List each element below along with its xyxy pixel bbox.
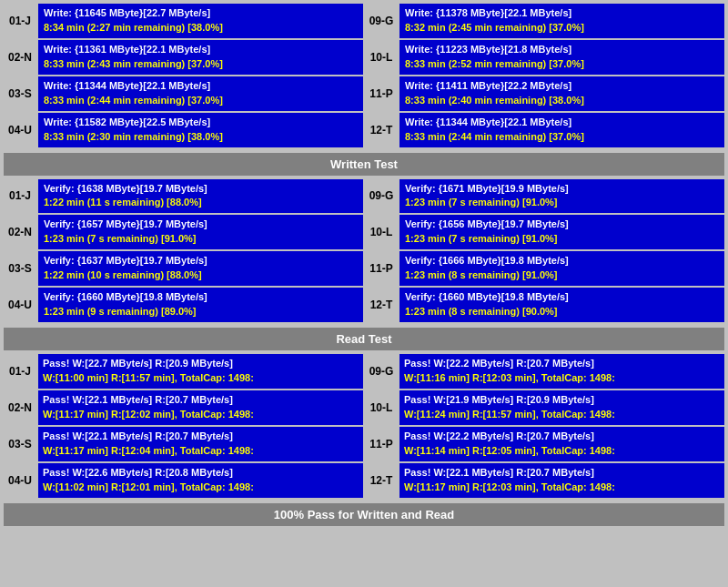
read-row-02n: 02-N Pass! W:[22.1 MByte/s] R:[20.7 MByt… xyxy=(4,390,363,425)
read-cell-04u: Pass! W:[22.6 MByte/s] R:[20.8 MByte/s] … xyxy=(38,463,363,498)
verify-label-10l: 10-L xyxy=(365,215,398,249)
read-cell-03s: Pass! W:[22.1 MByte/s] R:[20.7 MByte/s] … xyxy=(38,427,363,461)
verify-row-10l: 10-L Verify: {1656 MByte}[19.7 MByte/s] … xyxy=(365,215,724,249)
read-line2-11p: W:[11:14 min] R:[12:05 min], TotalCap: 1… xyxy=(404,444,720,459)
verify-line2-03s: 1:22 min (10 s remaining) [88.0%] xyxy=(44,268,358,283)
read-line2-03s: W:[11:17 min] R:[12:04 min], TotalCap: 1… xyxy=(43,444,359,459)
footer-bar: 100% Pass for Written and Read xyxy=(4,503,724,526)
write-line2-12t: 8:33 min (2:44 min remaining) [37.0%] xyxy=(405,130,719,145)
read-line2-02n: W:[11:17 min] R:[12:02 min], TotalCap: 1… xyxy=(43,408,359,422)
verify-left-col: 01-J Verify: {1638 MByte}[19.7 MByte/s] … xyxy=(4,179,363,325)
write-row-01j: 01-J Write: {11645 MByte}[22.7 MByte/s] … xyxy=(4,4,363,38)
verify-label-02n: 02-N xyxy=(4,215,36,249)
read-line1-11p: Pass! W:[22.2 MByte/s] R:[20.7 MByte/s] xyxy=(404,430,720,444)
verify-line2-02n: 1:23 min (7 s remaining) [91.0%] xyxy=(44,232,358,247)
written-test-header: Written Test xyxy=(4,153,724,176)
verify-row-02n: 02-N Verify: {1657 MByte}[19.7 MByte/s] … xyxy=(4,215,363,249)
verify-row-04u: 04-U Verify: {1660 MByte}[19.8 MByte/s] … xyxy=(4,288,363,322)
read-label-09g: 09-G xyxy=(365,354,398,389)
verify-line2-10l: 1:23 min (7 s remaining) [91.0%] xyxy=(405,232,719,247)
read-section: 01-J Pass! W:[22.7 MByte/s] R:[20.9 MByt… xyxy=(4,354,724,500)
read-row-10l: 10-L Pass! W:[21.9 MByte/s] R:[20.9 MByt… xyxy=(365,390,724,425)
verify-row-03s: 03-S Verify: {1637 MByte}[19.7 MByte/s] … xyxy=(4,251,363,286)
verify-label-03s: 03-S xyxy=(4,251,36,286)
verify-line1-04u: Verify: {1660 MByte}[19.8 MByte/s] xyxy=(44,290,358,305)
read-left-col: 01-J Pass! W:[22.7 MByte/s] R:[20.9 MByt… xyxy=(4,354,363,500)
verify-line1-12t: Verify: {1660 MByte}[19.8 MByte/s] xyxy=(405,290,719,305)
write-cell-04u: Write: {11582 MByte}[22.5 MByte/s] 8:33 … xyxy=(38,113,363,147)
read-label-03s: 03-S xyxy=(4,427,36,461)
row-label-01j: 01-J xyxy=(4,4,36,38)
verify-label-04u: 04-U xyxy=(4,288,36,322)
write-row-03s: 03-S Write: {11344 MByte}[22.1 MByte/s] … xyxy=(4,76,363,111)
write-row-12t: 12-T Write: {11344 MByte}[22.1 MByte/s] … xyxy=(365,113,724,147)
read-row-04u: 04-U Pass! W:[22.6 MByte/s] R:[20.8 MByt… xyxy=(4,463,363,498)
verify-section: 01-J Verify: {1638 MByte}[19.7 MByte/s] … xyxy=(4,179,724,325)
write-right-col: 09-G Write: {11378 MByte}[22.1 MByte/s] … xyxy=(365,4,724,149)
verify-grid: 01-J Verify: {1638 MByte}[19.7 MByte/s] … xyxy=(4,179,724,325)
write-row-09g: 09-G Write: {11378 MByte}[22.1 MByte/s] … xyxy=(365,4,724,38)
write-line1-02n: Write: {11361 MByte}[22.1 MByte/s] xyxy=(44,43,358,57)
verify-row-12t: 12-T Verify: {1660 MByte}[19.8 MByte/s] … xyxy=(365,288,724,322)
read-cell-12t: Pass! W:[22.1 MByte/s] R:[20.7 MByte/s] … xyxy=(399,463,724,498)
verify-line2-04u: 1:23 min (9 s remaining) [89.0%] xyxy=(44,305,358,319)
read-label-12t: 12-T xyxy=(365,463,398,498)
verify-label-11p: 11-P xyxy=(365,251,398,286)
verify-line2-12t: 1:23 min (8 s remaining) [90.0%] xyxy=(405,305,719,319)
read-cell-01j: Pass! W:[22.7 MByte/s] R:[20.9 MByte/s] … xyxy=(38,354,363,389)
read-label-04u: 04-U xyxy=(4,463,36,498)
verify-cell-02n: Verify: {1657 MByte}[19.7 MByte/s] 1:23 … xyxy=(38,215,363,249)
read-line1-03s: Pass! W:[22.1 MByte/s] R:[20.7 MByte/s] xyxy=(43,430,359,444)
write-left-col: 01-J Write: {11645 MByte}[22.7 MByte/s] … xyxy=(4,4,363,149)
read-cell-02n: Pass! W:[22.1 MByte/s] R:[20.7 MByte/s] … xyxy=(38,390,363,425)
write-line2-11p: 8:33 min (2:40 min remaining) [38.0%] xyxy=(405,94,719,108)
write-row-10l: 10-L Write: {11223 MByte}[21.8 MByte/s] … xyxy=(365,40,724,75)
verify-line1-10l: Verify: {1656 MByte}[19.7 MByte/s] xyxy=(405,218,719,232)
verify-row-11p: 11-P Verify: {1666 MByte}[19.8 MByte/s] … xyxy=(365,251,724,286)
read-row-12t: 12-T Pass! W:[22.1 MByte/s] R:[20.7 MByt… xyxy=(365,463,724,498)
written-test-label: Written Test xyxy=(330,157,398,171)
verify-cell-10l: Verify: {1656 MByte}[19.7 MByte/s] 1:23 … xyxy=(399,215,724,249)
row-label-02n: 02-N xyxy=(4,40,36,75)
row-label-09g: 09-G xyxy=(365,4,398,38)
write-cell-10l: Write: {11223 MByte}[21.8 MByte/s] 8:33 … xyxy=(399,40,724,75)
row-label-12t: 12-T xyxy=(365,113,398,147)
write-line1-12t: Write: {11344 MByte}[22.1 MByte/s] xyxy=(405,116,719,130)
verify-line2-11p: 1:23 min (8 s remaining) [91.0%] xyxy=(405,268,719,283)
read-cell-10l: Pass! W:[21.9 MByte/s] R:[20.9 MByte/s] … xyxy=(399,390,724,425)
read-test-label: Read Test xyxy=(336,332,391,346)
write-line1-11p: Write: {11411 MByte}[22.2 MByte/s] xyxy=(405,79,719,94)
verify-right-col: 09-G Verify: {1671 MByte}[19.9 MByte/s] … xyxy=(365,179,724,325)
verify-line2-09g: 1:23 min (7 s remaining) [91.0%] xyxy=(405,196,719,210)
write-line2-02n: 8:33 min (2:43 min remaining) [37.0%] xyxy=(44,57,358,72)
verify-cell-09g: Verify: {1671 MByte}[19.9 MByte/s] 1:23 … xyxy=(399,179,724,214)
verify-line2-01j: 1:22 min (11 s remaining) [88.0%] xyxy=(44,196,358,210)
write-cell-01j: Write: {11645 MByte}[22.7 MByte/s] 8:34 … xyxy=(38,4,363,38)
row-label-04u: 04-U xyxy=(4,113,36,147)
verify-cell-03s: Verify: {1637 MByte}[19.7 MByte/s] 1:22 … xyxy=(38,251,363,286)
read-line1-04u: Pass! W:[22.6 MByte/s] R:[20.8 MByte/s] xyxy=(43,466,359,481)
read-row-03s: 03-S Pass! W:[22.1 MByte/s] R:[20.7 MByt… xyxy=(4,427,363,461)
verify-row-01j: 01-J Verify: {1638 MByte}[19.7 MByte/s] … xyxy=(4,179,363,214)
read-line2-01j: W:[11:00 min] R:[11:57 min], TotalCap: 1… xyxy=(43,371,359,386)
write-line2-10l: 8:33 min (2:52 min remaining) [37.0%] xyxy=(405,57,719,72)
read-line1-12t: Pass! W:[22.1 MByte/s] R:[20.7 MByte/s] xyxy=(404,466,720,481)
write-line1-09g: Write: {11378 MByte}[22.1 MByte/s] xyxy=(405,6,719,21)
footer-label: 100% Pass for Written and Read xyxy=(274,508,454,521)
write-cell-02n: Write: {11361 MByte}[22.1 MByte/s] 8:33 … xyxy=(38,40,363,75)
write-line1-01j: Write: {11645 MByte}[22.7 MByte/s] xyxy=(44,6,358,21)
write-grid: 01-J Write: {11645 MByte}[22.7 MByte/s] … xyxy=(4,4,724,149)
main-container: 01-J Write: {11645 MByte}[22.7 MByte/s] … xyxy=(0,0,728,530)
read-row-09g: 09-G Pass! W:[22.2 MByte/s] R:[20.7 MByt… xyxy=(365,354,724,389)
read-label-01j: 01-J xyxy=(4,354,36,389)
write-section: 01-J Write: {11645 MByte}[22.7 MByte/s] … xyxy=(4,4,724,149)
read-line2-04u: W:[11:02 min] R:[12:01 min], TotalCap: 1… xyxy=(43,481,359,495)
write-row-11p: 11-P Write: {11411 MByte}[22.2 MByte/s] … xyxy=(365,76,724,111)
write-row-02n: 02-N Write: {11361 MByte}[22.1 MByte/s] … xyxy=(4,40,363,75)
verify-line1-01j: Verify: {1638 MByte}[19.7 MByte/s] xyxy=(44,182,358,197)
read-line1-09g: Pass! W:[22.2 MByte/s] R:[20.7 MByte/s] xyxy=(404,357,720,371)
write-line1-04u: Write: {11582 MByte}[22.5 MByte/s] xyxy=(44,116,358,130)
read-row-11p: 11-P Pass! W:[22.2 MByte/s] R:[20.7 MByt… xyxy=(365,427,724,461)
row-label-11p: 11-P xyxy=(365,76,398,111)
verify-label-01j: 01-J xyxy=(4,179,36,214)
